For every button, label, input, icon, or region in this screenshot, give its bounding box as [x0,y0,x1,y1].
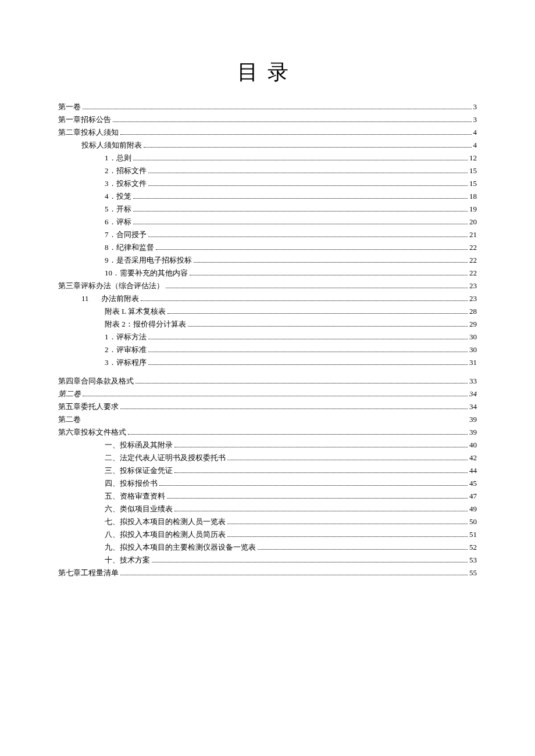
toc-title: 目录 [58,58,477,87]
toc-entry: 第二卷34 [58,388,477,400]
toc-list: 第一卷3第一章招标公告3第二章投标人须知4投标人须知前附表41．总则122．招标… [58,101,477,579]
toc-entry-label: 第四章合同条款及格式 [58,375,134,388]
toc-entry: 9．是否采用电子招标投标22 [58,254,477,267]
toc-leader-dots [156,249,468,250]
toc-entry-label: ．总则 [109,152,131,164]
toc-entry-page: 3 [473,113,477,126]
toc-leader-dots [227,460,468,460]
toc-entry: 第七章工程量清单55 [58,567,477,579]
toc-entry: 10．需要补充的其他内容22 [58,267,477,280]
toc-leader-dots [83,109,472,109]
toc-leader-dots [194,262,468,263]
toc-entry: 第三章评标办法（综合评估法）23 [58,280,477,292]
toc-entry: 1．评标方法30 [58,331,477,343]
toc-entry-label: 第一卷 [58,101,81,113]
toc-gap [58,369,477,375]
toc-entry-label: ．投标文件 [109,177,147,190]
toc-entry: 七、拟投入本项目的检测人员一览表50 [58,515,477,528]
toc-leader-dots [167,313,468,314]
toc-entry-label: ．是否采用电子招标投标 [109,254,192,267]
toc-entry: 7．合同授予21 [58,228,477,241]
toc-entry-number: 10 [105,267,112,280]
toc-entry-label: 第二章投标人须知 [58,126,119,139]
toc-entry: 六、类似项目业绩表49 [58,503,477,515]
toc-leader-dots [144,147,472,148]
toc-entry-label: 二、法定代表人证明书及授权委托书 [105,452,226,464]
toc-entry: 八、拟投入本项目的检测人员简历表51 [58,528,477,541]
toc-entry: 2．招标文件15 [58,164,477,177]
toc-entry-label: 附表 2：报价得分计算表 [105,318,186,331]
toc-leader-dots [128,434,468,435]
toc-leader-dots [113,121,472,122]
toc-entry: 一、投标函及其附录40 [58,439,477,452]
toc-entry-number: 11 [81,292,101,305]
toc-entry-page: 51 [469,528,477,541]
toc-entry-label: ．纪律和监督 [109,241,154,254]
toc-entry-page: 49 [469,503,477,515]
toc-entry: 四、投标报价书45 [58,477,477,490]
toc-leader-dots [227,536,468,537]
toc-leader-dots [141,300,468,301]
toc-leader-dots [120,134,472,135]
toc-entry-label: ．评标 [109,216,131,228]
toc-leader-dots [133,224,468,224]
toc-entry-page: 12 [469,152,477,164]
toc-entry-label: 六、类似项目业绩表 [105,503,173,515]
toc-entry-label: ．评审标准 [109,343,147,356]
toc-leader-dots [174,472,468,473]
toc-leader-dots [148,237,468,237]
toc-entry-label: 四、投标报价书 [105,477,158,490]
toc-entry: 5．开标19 [58,203,477,216]
toc-leader-dots [148,185,468,186]
toc-entry-page: 39 [469,413,477,426]
toc-entry-page: 53 [469,554,477,567]
toc-entry-page: 47 [469,490,477,503]
toc-leader-dots [188,326,468,327]
toc-entry: 第五章委托人要求34 [58,400,477,413]
toc-entry: 十、技术方案53 [58,554,477,567]
toc-leader-dots [258,549,468,550]
toc-entry-page: 18 [469,190,477,203]
toc-entry-label: 第二卷 [58,388,81,400]
toc-entry-page: 23 [469,280,477,292]
toc-entry-label: 八、拟投入本项目的检测人员简历表 [105,528,226,541]
toc-leader-dots [133,160,468,160]
toc-entry-label: 投标人须知前附表 [81,139,142,152]
toc-entry-label: ．投笼 [109,190,131,203]
toc-entry: 附表 2：报价得分计算表29 [58,318,477,331]
toc-leader-dots [167,498,468,499]
toc-entry: 3．投标文件15 [58,177,477,190]
toc-leader-dots [166,288,468,288]
toc-entry-label: 第三章评标办法（综合评估法） [58,280,164,292]
toc-entry-page: 15 [469,164,477,177]
toc-leader-dots [135,383,468,384]
toc-leader-dots [83,396,468,396]
toc-leader-dots [174,511,468,511]
toc-leader-dots [148,364,468,365]
toc-entry: 第六章投标文件格式39 [58,426,477,439]
toc-entry-label: 第七章工程量清单 [58,567,119,579]
toc-entry: 九、拟投入本项目的主要检测仪器设备一览表52 [58,541,477,554]
toc-entry: 附表 L 算术复核表28 [58,305,477,318]
toc-entry-page: 39 [469,426,477,439]
toc-entry: 二、法定代表人证明书及授权委托书42 [58,452,477,464]
toc-entry-label: 十、技术方案 [105,554,150,567]
toc-entry-label: ．评标方法 [109,331,147,343]
toc-entry-page: 52 [469,541,477,554]
toc-entry-page: 33 [469,375,477,388]
toc-entry-page: 22 [469,254,477,267]
toc-entry-label: ．评标程序 [109,356,147,369]
toc-entry-label: 五、资格审查资料 [105,490,165,503]
toc-entry-label: 七、拟投入本项目的检测人员一览表 [105,515,226,528]
toc-entry-page: 4 [473,126,477,139]
toc-entry-page: 45 [469,477,477,490]
toc-entry-page: 29 [469,318,477,331]
toc-entry-page: 22 [469,267,477,280]
toc-entry: 三、投标保证金凭证44 [58,464,477,477]
toc-entry: 3．评标程序31 [58,356,477,369]
toc-entry-label: ．需要补充的其他内容 [112,267,188,280]
toc-entry: 11办法前附表23 [58,292,477,305]
toc-entry-page: 44 [469,464,477,477]
toc-entry-page: 4 [473,139,477,152]
toc-entry-page: 20 [469,216,477,228]
